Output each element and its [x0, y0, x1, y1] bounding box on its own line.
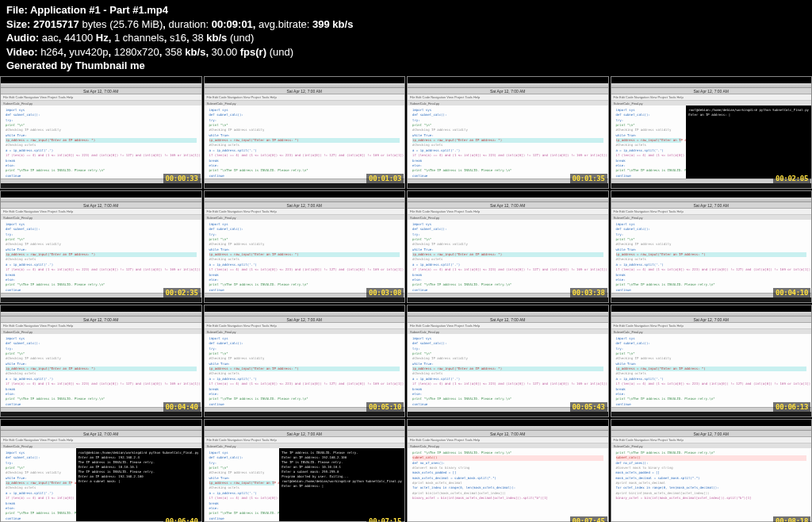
video-label: Video: [6, 46, 38, 58]
menubar: File Edit Code Navigation View Project T… [205, 323, 405, 329]
timestamp-overlay: 00:08:18 [773, 516, 810, 522]
thumbnail: Sat Apr 12, 7:00 AMFile Edit Code Naviga… [204, 76, 406, 189]
code-editor: import sysdef subnet_calc(): try: print … [205, 448, 280, 522]
editor-body: print "\nThe IP address is INVALID. Plea… [611, 448, 812, 522]
terminal-panel: root@debian:/home/debian/workingdir# pyt… [76, 448, 201, 522]
date-bar: Sat Apr 12, 7:00 AM [1, 202, 201, 209]
duration-value: 00:09:01 [212, 18, 253, 30]
size-label: Size: [6, 18, 30, 30]
menubar: File Edit Code Navigation View Project T… [205, 209, 405, 215]
bitrate-value: 399 [312, 18, 330, 30]
audio-hz: 44100 [64, 32, 93, 44]
thumbnail: Sat Apr 12, 7:00 AMFile Edit Code Naviga… [407, 76, 609, 189]
code-editor: import sysdef subnet_calc(): try: print … [205, 220, 405, 296]
code-editor: import sysdef subnet_calc(): try: print … [408, 220, 608, 296]
audio-br: 38 [192, 32, 203, 44]
video-br: 358 [165, 46, 182, 58]
date-bar: Sat Apr 12, 7:00 AM [611, 88, 812, 94]
thumbnail: Sat Apr 12, 7:00 AMFile Edit Code Naviga… [407, 190, 609, 303]
code-editor: import sysdef subnet_calc(): try: print … [1, 106, 201, 182]
code-editor: print "\nThe IP address is INVALID. Plea… [611, 448, 812, 522]
date-bar: Sat Apr 12, 7:00 AM [205, 88, 405, 94]
date-bar: Sat Apr 12, 7:00 AM [205, 431, 405, 437]
menubar: File Edit Code Navigation View Project T… [611, 94, 812, 101]
editor-body: import sysdef subnet_calc(): try: print … [205, 220, 405, 296]
thumbnail: Sat Apr 12, 7:00 AMFile Edit Code Naviga… [407, 305, 609, 417]
editor-body: import sysdef subnet_calc(): try: print … [408, 106, 608, 182]
thumbnail: Sat Apr 12, 7:00 AMFile Edit Code Naviga… [611, 190, 813, 303]
thumbnail: Sat Apr 12, 7:00 AMFile Edit Code Naviga… [611, 305, 813, 417]
date-bar: Sat Apr 12, 7:00 AM [1, 88, 201, 94]
editor-body: import sysdef subnet_calc(): try: print … [611, 220, 812, 296]
thumbnail: Sat Apr 12, 7:00 AMFile Edit Code Naviga… [611, 76, 813, 189]
editor-body: import sysdef subnet_calc(): try: print … [1, 106, 201, 182]
file-value: Application #1 - Part #1.mp4 [30, 4, 168, 16]
timestamp-overlay: 00:02:35 [163, 288, 201, 297]
editor-body: import sysdef subnet_calc(): try: print … [1, 220, 201, 296]
audio-ch: 1 channels [114, 32, 164, 44]
thumbnail: Sat Apr 12, 7:00 AMFile Edit Code Naviga… [0, 190, 202, 303]
thumbnail: Sat Apr 12, 7:00 AMFile Edit Code Naviga… [0, 76, 202, 189]
code-editor: import sysdef subnet_calc(): try: print … [408, 334, 608, 410]
thumbnail: Sat Apr 12, 7:00 AMFile Edit Code Naviga… [204, 190, 406, 303]
size-bytes: 27015717 [33, 18, 79, 30]
date-bar: Sat Apr 12, 7:00 AM [408, 88, 608, 94]
menubar: File Edit Code Navigation View Project T… [408, 209, 608, 215]
bitrate-unit: kb/s [332, 18, 353, 30]
generated-by: Generated by Thumbnail me [6, 59, 806, 73]
timestamp-overlay: 00:05:10 [366, 402, 404, 412]
editor-body: import sysdef subnet_calc(): try: print … [1, 334, 201, 410]
thumbnail-grid: Sat Apr 12, 7:00 AMFile Edit Code Naviga… [0, 76, 812, 522]
timestamp-overlay: 00:00:33 [163, 174, 201, 183]
menubar: File Edit Code Navigation View Project T… [1, 323, 201, 329]
video-codec: h264 [40, 46, 63, 58]
thumbnail: Sat Apr 12, 7:00 AMFile Edit Code Naviga… [204, 419, 406, 522]
timestamp-overlay: 00:01:35 [570, 174, 607, 183]
date-bar: Sat Apr 12, 7:00 AM [611, 431, 812, 437]
timestamp-overlay: 00:03:38 [570, 288, 607, 297]
editor-body: import sysdef subnet_calc(): try: print … [205, 106, 405, 182]
metadata-header: File: Application #1 - Part #1.mp4 Size:… [0, 0, 812, 76]
video-fps-unit: fps(r) [240, 46, 266, 58]
size-mb: (25.76 MiB) [109, 18, 163, 30]
size-unit: bytes [82, 18, 106, 30]
code-editor: import sysdef subnet_calc(): try: print … [611, 334, 812, 410]
editor-body: import sysdef subnet_calc(): try: print … [205, 334, 405, 410]
video-br-unit: kb/s [185, 46, 205, 58]
menubar: File Edit Code Navigation View Project T… [611, 209, 812, 215]
video-res: 1280x720 [114, 46, 159, 58]
timestamp-overlay: 00:03:08 [366, 288, 404, 297]
editor-body: import sysdef subnet_calc(): try: print … [205, 448, 405, 522]
date-bar: Sat Apr 12, 7:00 AM [205, 317, 405, 323]
timestamp-overlay: 00:07:45 [570, 516, 607, 522]
date-bar: Sat Apr 12, 7:00 AM [611, 202, 812, 209]
menubar: File Edit Code Navigation View Project T… [1, 94, 201, 101]
menubar: File Edit Code Navigation View Project T… [1, 437, 201, 443]
code-editor: import sysdef subnet_calc(): try: print … [611, 220, 812, 296]
code-editor: import sysdef subnet_calc(): try: print … [205, 334, 405, 410]
menubar: File Edit Code Navigation View Project T… [611, 437, 812, 443]
date-bar: Sat Apr 12, 7:00 AM [1, 317, 201, 323]
video-und: (und) [270, 46, 293, 58]
code-editor: import sysdef subnet_calc(): try: print … [1, 448, 76, 522]
editor-body: import sysdef subnet_calc(): try: print … [611, 106, 812, 182]
menubar: File Edit Code Navigation View Project T… [408, 323, 608, 329]
date-bar: Sat Apr 12, 7:00 AM [1, 431, 201, 437]
thumbnail: Sat Apr 12, 7:00 AMFile Edit Code Naviga… [611, 419, 813, 522]
thumbnail: Sat Apr 12, 7:00 AMFile Edit Code Naviga… [0, 419, 202, 522]
code-editor: import sysdef subnet_calc(): try: print … [1, 220, 201, 296]
timestamp-overlay: 00:06:13 [773, 402, 810, 412]
timestamp-overlay: 00:05:43 [570, 402, 607, 412]
date-bar: Sat Apr 12, 7:00 AM [408, 431, 608, 437]
audio-codec: aac [42, 32, 59, 44]
code-editor: print "\nThe IP address is INVALID. Plea… [408, 448, 608, 522]
date-bar: Sat Apr 12, 7:00 AM [205, 202, 405, 209]
menubar: File Edit Code Navigation View Project T… [408, 437, 608, 443]
timestamp-overlay: 00:07:15 [366, 516, 404, 522]
date-bar: Sat Apr 12, 7:00 AM [408, 202, 608, 209]
audio-br-unit: kb/s [206, 32, 227, 44]
video-fps: 30.00 [212, 46, 238, 58]
date-bar: Sat Apr 12, 7:00 AM [611, 317, 812, 323]
editor-body: print "\nThe IP address is INVALID. Plea… [408, 448, 608, 522]
code-editor: import sysdef subnet_calc(): try: print … [408, 106, 608, 182]
